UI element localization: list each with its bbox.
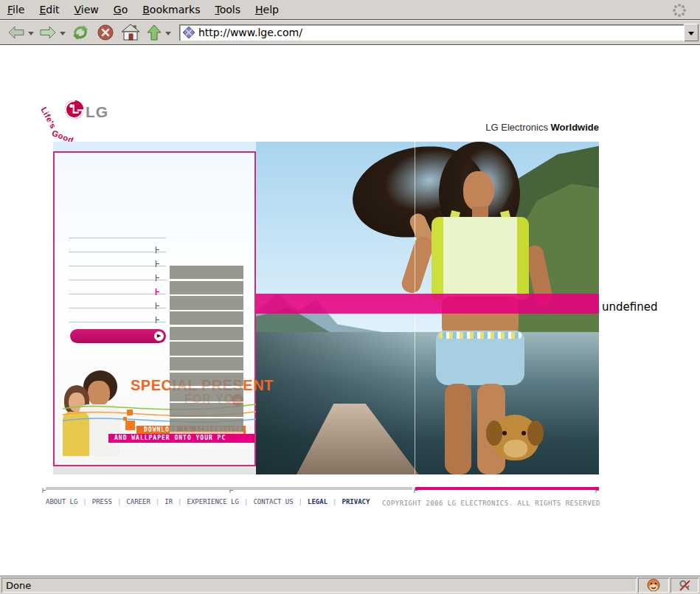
status-security-panel[interactable] — [670, 578, 699, 593]
menu-separator — [69, 252, 166, 252]
footer-link-about-lg[interactable]: ABOUT LG — [46, 498, 77, 505]
logo-tagline-lifes: Life's — [39, 106, 58, 130]
stop-icon — [96, 24, 115, 41]
lg-symbol-icon — [64, 100, 84, 120]
menu-bookmarks[interactable]: Bookmarks — [135, 1, 207, 19]
brand-stripe — [256, 294, 599, 314]
reload-button[interactable] — [68, 22, 93, 43]
menu-separator — [69, 280, 166, 280]
sidebar-menu-item[interactable] — [155, 256, 165, 263]
up-icon — [146, 24, 162, 41]
menu-separator — [69, 308, 166, 308]
worldwide-text: LG Electronics — [485, 122, 548, 133]
footer-link-experience-lg[interactable]: EXPERIENCE LG — [187, 498, 239, 505]
footer-links: ABOUT LG | PRESS | CAREER | IR | EXPERIE… — [46, 498, 370, 505]
menu-separator — [69, 294, 166, 294]
status-text: Done — [6, 580, 31, 591]
address-input[interactable] — [195, 27, 684, 38]
sidebar-menu-item[interactable] — [155, 270, 165, 277]
footer-link-contact-us[interactable]: CONTACT US — [253, 498, 293, 505]
status-smiley-panel — [638, 578, 669, 593]
address-bar[interactable] — [179, 24, 684, 41]
stop-button[interactable] — [93, 22, 118, 43]
footer-separator: | — [178, 498, 181, 505]
navigation-toolbar — [0, 21, 700, 44]
rule-tick — [595, 482, 601, 487]
url-bookmark-icon — [182, 26, 195, 39]
browser-window: { "browser": { "menu": ["File", "Edit", … — [0, 0, 700, 594]
menu-view[interactable]: View — [67, 1, 106, 19]
photo-dog-muzzle — [504, 440, 527, 457]
footer-link-career[interactable]: CAREER — [126, 498, 150, 505]
footer-link-privacy[interactable]: PRIVACY — [342, 498, 370, 505]
menu-file[interactable]: File — [0, 1, 32, 19]
menu-separator — [69, 322, 166, 322]
footer-link-ir[interactable]: IR — [164, 498, 173, 505]
forward-button[interactable] — [36, 22, 60, 43]
up-button[interactable] — [143, 22, 165, 43]
throbber-icon — [672, 3, 687, 21]
back-button[interactable] — [4, 22, 28, 43]
footer-rule-gray — [46, 487, 412, 490]
download-wallpaper-link[interactable]: AND WALLPAPER ONTO YOUR PC — [108, 434, 254, 443]
play-icon: ▶ — [154, 331, 164, 341]
footer-separator: | — [117, 498, 121, 505]
up-dropdown[interactable] — [165, 32, 171, 38]
worldwide-link[interactable]: LG Electronics Worldwide — [485, 122, 599, 133]
home-button[interactable] — [118, 22, 143, 43]
worldwide-bold-text: Worldwide — [551, 122, 599, 133]
photo-runner-leg — [445, 384, 471, 474]
footer-separator: | — [299, 498, 302, 505]
status-bar: Done — [0, 576, 700, 594]
undefined-text: undefined — [602, 300, 657, 314]
chevron-down-icon — [688, 32, 694, 38]
sidebar-menu-item[interactable] — [155, 312, 165, 320]
photo-dog-ear — [527, 421, 544, 446]
menu-help[interactable]: Help — [248, 1, 286, 19]
footer-rule-pink — [415, 487, 599, 490]
deco-square — [125, 421, 135, 430]
rule-tick — [229, 482, 235, 487]
footer-separator: | — [333, 498, 336, 505]
menu-tools[interactable]: Tools — [207, 1, 248, 19]
photo-dog-eye — [502, 431, 507, 435]
footer-separator: | — [244, 498, 248, 505]
deco-square — [127, 410, 133, 415]
menu-edit[interactable]: Edit — [32, 1, 66, 19]
sidebar-menu-item[interactable] — [155, 242, 165, 249]
reload-icon — [71, 24, 90, 41]
loading-placeholder-blocks — [170, 266, 243, 434]
back-icon — [7, 25, 25, 40]
photo-runner-shorts — [436, 331, 524, 385]
photo-dog-ear — [486, 421, 502, 446]
rule-tick — [42, 482, 48, 487]
menu-separator — [69, 266, 166, 266]
footer-link-press[interactable]: PRESS — [92, 498, 112, 505]
address-dropdown-button[interactable] — [684, 24, 699, 41]
sidebar-menu-item-active[interactable] — [155, 284, 165, 291]
status-message-panel: Done — [1, 578, 637, 593]
smiley-icon — [647, 579, 660, 592]
menu-bar: File Edit View Go Bookmarks Tools Help — [0, 0, 700, 19]
photo-runner-tanktop — [432, 217, 529, 300]
sidebar-menu-item[interactable] — [155, 298, 165, 305]
back-dropdown[interactable] — [28, 32, 34, 38]
page-content: LG Life's Good LG Electronics Worldwide — [0, 45, 700, 576]
offline-crossed-icon — [679, 579, 691, 592]
rule-tick — [414, 482, 420, 487]
lg-wordmark: LG — [86, 103, 108, 121]
home-icon — [121, 24, 140, 41]
footer-link-legal[interactable]: LEGAL — [308, 498, 328, 505]
forward-dropdown[interactable] — [60, 32, 66, 38]
photo-runner-belt — [439, 332, 521, 339]
sidebar-pink-button[interactable]: ▶ — [70, 329, 166, 343]
menu-go[interactable]: Go — [106, 1, 135, 19]
footer-separator: | — [83, 498, 86, 505]
menu-separator — [69, 238, 166, 238]
hero-banner: ▶ SPECIAL PRESENT FOR YOU → — [53, 142, 599, 474]
copyright-text: COPYRIGHT 2006 LG ELECTRONICS. ALL RIGHT… — [382, 500, 600, 507]
footer-separator: | — [156, 498, 159, 505]
forward-icon — [39, 25, 57, 40]
photo-dog-eye — [521, 431, 526, 435]
